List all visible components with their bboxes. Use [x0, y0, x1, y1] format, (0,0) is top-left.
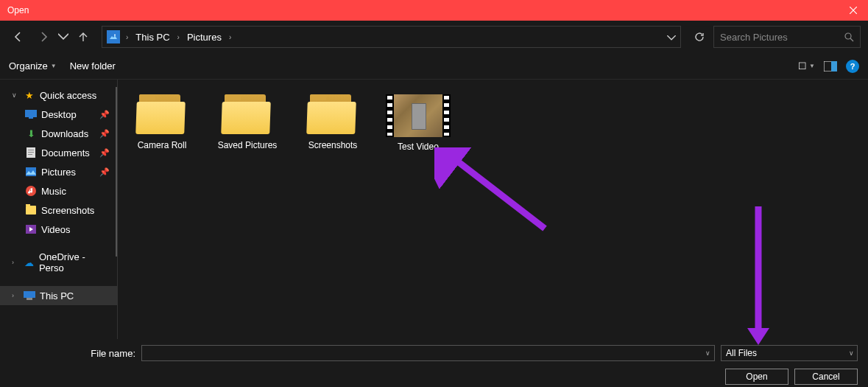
breadcrumb-pictures[interactable]: Pictures [186, 32, 223, 43]
search-input[interactable] [720, 32, 844, 43]
cancel-button[interactable]: Cancel [794, 369, 858, 385]
chevron-right-icon: › [123, 33, 131, 41]
close-icon [850, 7, 857, 14]
svg-point-2 [845, 33, 851, 39]
sidebar-item-downloads[interactable]: ⬇ Downloads 📌 [0, 124, 117, 143]
help-button[interactable]: ? [846, 60, 859, 73]
svg-rect-17 [27, 298, 32, 300]
music-icon [25, 185, 37, 197]
file-type-filter[interactable]: All Files ∨ [721, 345, 858, 361]
document-icon [25, 147, 37, 158]
pictures-library-icon [107, 30, 120, 43]
view-large-icon [799, 60, 808, 72]
onedrive-icon: ☁ [24, 257, 35, 268]
sidebar-item-label: This PC [40, 290, 74, 301]
svg-rect-0 [110, 33, 117, 41]
sidebar-quick-access[interactable]: ∨ ★ Quick access [0, 86, 117, 105]
chevron-down-icon: ∨ [12, 91, 19, 99]
folder-icon [136, 94, 188, 136]
svg-rect-16 [24, 291, 35, 298]
svg-rect-13 [26, 167, 36, 176]
preview-pane-icon [824, 61, 837, 72]
chevron-down-icon [58, 32, 68, 42]
sidebar-item-onedrive[interactable]: › ☁ OneDrive - Perso [0, 248, 117, 277]
sidebar-item-this-pc[interactable]: › This PC [0, 286, 117, 305]
sidebar-item-label: OneDrive - Perso [39, 251, 110, 273]
chevron-down-icon: ▼ [51, 63, 57, 69]
videos-icon [25, 223, 37, 235]
sidebar-item-screenshots[interactable]: Screenshots [0, 201, 117, 220]
filename-input[interactable] [141, 345, 715, 361]
sidebar-item-label: Documents [41, 147, 90, 158]
forward-arrow-icon [38, 32, 49, 42]
sidebar-item-documents[interactable]: Documents 📌 [0, 143, 117, 162]
pictures-icon [25, 166, 37, 178]
svg-rect-6 [831, 61, 837, 72]
svg-rect-8 [29, 117, 33, 119]
organize-menu[interactable]: Organize▼ [9, 60, 57, 72]
sidebar-item-pictures[interactable]: Pictures 📌 [0, 162, 117, 181]
sidebar-item-label: Screenshots [41, 205, 94, 216]
address-bar[interactable]: › This PC › Pictures › [102, 26, 681, 48]
chevron-down-icon: ∨ [705, 349, 710, 357]
chevron-down-icon [667, 35, 676, 41]
organize-label: Organize [9, 60, 48, 72]
file-item-folder[interactable]: Camera Roll [125, 94, 199, 150]
sidebar-item-label: Downloads [41, 128, 88, 139]
file-label: Saved Pictures [218, 140, 278, 150]
file-item-video[interactable]: Test Video [381, 94, 455, 152]
navigation-sidebar: ∨ ★ Quick access Desktop 📌 ⬇ Downloads 📌… [0, 80, 118, 339]
breadcrumb-this-pc[interactable]: This PC [134, 32, 171, 43]
filter-label: All Files [726, 348, 757, 358]
chevron-down-icon: ▼ [809, 63, 815, 69]
folder-icon [222, 94, 273, 136]
search-icon [844, 32, 854, 42]
download-icon: ⬇ [25, 128, 37, 139]
preview-pane-button[interactable] [822, 60, 839, 73]
refresh-icon [694, 32, 705, 42]
sidebar-item-label: Pictures [41, 167, 76, 178]
new-folder-button[interactable]: New folder [70, 60, 116, 72]
file-pane[interactable]: Camera Roll Saved Pictures Screenshots T… [118, 80, 868, 339]
svg-point-1 [114, 35, 116, 36]
help-icon: ? [850, 62, 855, 71]
pin-icon: 📌 [99, 129, 110, 139]
folder-icon [25, 204, 37, 216]
chevron-right-icon: › [12, 259, 19, 266]
pin-icon: 📌 [99, 167, 110, 177]
sidebar-item-desktop[interactable]: Desktop 📌 [0, 105, 117, 124]
video-thumbnail-icon [386, 94, 451, 137]
up-button[interactable] [72, 26, 94, 48]
sidebar-item-label: Videos [41, 224, 71, 235]
forward-button[interactable] [32, 26, 54, 48]
pin-icon: 📌 [99, 148, 110, 158]
svg-rect-11 [28, 152, 34, 153]
computer-icon [24, 290, 35, 301]
desktop-icon [25, 108, 37, 120]
sidebar-item-label: Music [41, 186, 66, 197]
file-item-folder[interactable]: Screenshots [296, 94, 370, 150]
folder-icon [307, 94, 359, 136]
pin-icon: 📌 [99, 110, 110, 119]
svg-rect-7 [25, 110, 37, 117]
sidebar-item-label: Desktop [41, 109, 77, 120]
file-label: Camera Roll [138, 140, 187, 150]
sidebar-item-music[interactable]: Music [0, 181, 117, 201]
close-button[interactable] [839, 0, 868, 21]
back-button[interactable] [7, 26, 29, 48]
recent-dropdown[interactable] [57, 26, 69, 48]
view-large-button[interactable]: ▼ [799, 60, 815, 73]
svg-rect-10 [28, 150, 34, 150]
open-button[interactable]: Open [725, 369, 788, 385]
filename-label: File name: [10, 348, 135, 359]
filename-history-dropdown[interactable]: ∨ [701, 346, 714, 360]
svg-rect-12 [28, 154, 32, 155]
sidebar-item-videos[interactable]: Videos [0, 220, 117, 239]
sidebar-item-label: Quick access [40, 90, 96, 101]
refresh-button[interactable] [688, 26, 710, 48]
file-item-folder[interactable]: Saved Pictures [211, 94, 284, 150]
file-label: Screenshots [308, 140, 358, 150]
search-box[interactable] [713, 26, 861, 48]
address-dropdown[interactable] [667, 30, 676, 43]
svg-rect-4 [800, 63, 805, 69]
